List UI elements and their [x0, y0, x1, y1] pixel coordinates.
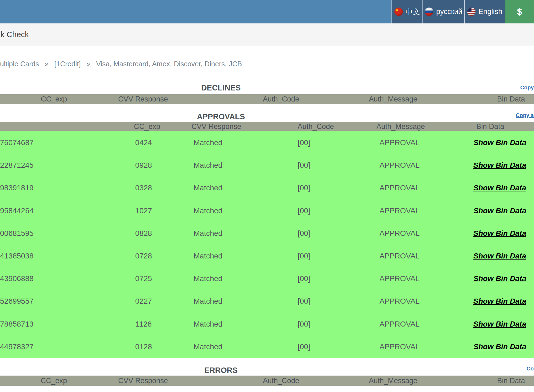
- card-number-cell: 22871245: [0, 161, 34, 170]
- card-number-cell: 00681595: [0, 229, 34, 238]
- column-header-cvv-response: CVV Response: [192, 122, 241, 131]
- column-header-cvv-response: CVV Response: [118, 94, 168, 104]
- column-header-cc-exp: CC_exp: [134, 122, 160, 131]
- auth-code-cell: [00]: [298, 274, 310, 283]
- errors-copy-link[interactable]: Co: [526, 366, 534, 372]
- show-bin-data-link[interactable]: Show Bin Data: [473, 297, 526, 306]
- cc-exp-cell: 0128: [135, 342, 152, 351]
- approval-table-row: 52699557 0227 Matched [00] APPROVAL Show…: [0, 290, 534, 313]
- auth-code-cell: [00]: [298, 320, 310, 328]
- cvv-response-cell: Matched: [193, 184, 222, 192]
- auth-code-cell: [00]: [298, 161, 310, 170]
- approval-table-row: 41385038 0728 Matched [00] APPROVAL Show…: [0, 245, 534, 267]
- column-header-auth-message: Auth_Message: [369, 376, 417, 386]
- language-russian-label: русский: [436, 8, 462, 16]
- card-number-cell: 52699557: [0, 297, 34, 306]
- cc-exp-cell: 1027: [135, 206, 152, 215]
- cvv-response-cell: Matched: [193, 342, 222, 351]
- auth-message-cell: APPROVAL: [380, 320, 420, 328]
- column-header-auth-code: Auth_Code: [263, 94, 299, 104]
- currency-button[interactable]: $: [505, 0, 534, 23]
- cvv-response-cell: Matched: [193, 274, 222, 283]
- auth-code-cell: [00]: [298, 206, 310, 215]
- cc-exp-cell: 0828: [135, 229, 152, 238]
- approval-table-row: 22871245 0928 Matched [00] APPROVAL Show…: [0, 154, 534, 177]
- column-header-auth-code: Auth_Code: [263, 376, 299, 386]
- card-number-cell: 98391819: [0, 184, 34, 192]
- cvv-response-cell: Matched: [193, 138, 222, 147]
- approval-table-row: 43906888 0725 Matched [00] APPROVAL Show…: [0, 267, 534, 290]
- auth-code-cell: [00]: [298, 252, 310, 260]
- breadcrumb-item-cards[interactable]: ultiple Cards: [0, 60, 39, 68]
- language-russian-button[interactable]: русский: [422, 0, 464, 23]
- currency-symbol: $: [517, 6, 522, 17]
- cvv-response-cell: Matched: [193, 161, 222, 170]
- auth-code-cell: [00]: [298, 342, 310, 351]
- column-header-bin-data: Bin Data: [497, 376, 525, 386]
- column-header-cc-exp: CC_exp: [41, 94, 67, 104]
- cc-exp-cell: 1126: [136, 320, 152, 328]
- show-bin-data-link[interactable]: Show Bin Data: [473, 252, 526, 260]
- approvals-copy-link[interactable]: Copy a: [516, 112, 534, 118]
- language-chinese-button[interactable]: 中文: [391, 0, 422, 23]
- approvals-table-header-row: CC_exp CVV Response Auth_Code Auth_Messa…: [0, 122, 534, 131]
- approval-table-row: 44978327 0128 Matched [00] APPROVAL Show…: [0, 335, 534, 358]
- show-bin-data-link[interactable]: Show Bin Data: [473, 138, 526, 147]
- auth-message-cell: APPROVAL: [380, 274, 420, 283]
- declines-table-header-row: CC_exp CVV Response Auth_Code Auth_Messa…: [0, 94, 534, 104]
- column-header-auth-message: Auth_Message: [369, 94, 417, 104]
- declines-section-title: DECLINES: [0, 83, 442, 92]
- card-number-cell: 78858713: [0, 320, 34, 328]
- cc-exp-cell: 0424: [135, 138, 152, 147]
- show-bin-data-link[interactable]: Show Bin Data: [473, 320, 526, 328]
- auth-code-cell: [00]: [298, 297, 310, 306]
- approvals-section-title: APPROVALS: [0, 112, 442, 121]
- column-header-cc-exp: CC_exp: [41, 376, 67, 386]
- show-bin-data-link[interactable]: Show Bin Data: [473, 206, 526, 215]
- errors-table-header-row: CC_exp CVV Response Auth_Code Auth_Messa…: [0, 376, 534, 386]
- cc-exp-cell: 0728: [135, 252, 152, 260]
- cvv-response-cell: Matched: [193, 320, 222, 328]
- breadcrumb-separator: »: [45, 60, 48, 68]
- auth-message-cell: APPROVAL: [380, 184, 420, 192]
- column-header-bin-data: Bin Data: [497, 94, 525, 104]
- approval-table-row: 95844264 1027 Matched [00] APPROVAL Show…: [0, 200, 534, 222]
- breadcrumb-item-credit[interactable]: [1Credit]: [54, 60, 81, 68]
- auth-message-cell: APPROVAL: [380, 252, 420, 260]
- auth-message-cell: APPROVAL: [380, 297, 420, 306]
- auth-message-cell: APPROVAL: [380, 161, 420, 170]
- show-bin-data-link[interactable]: Show Bin Data: [473, 274, 526, 283]
- cc-exp-cell: 0328: [135, 184, 152, 192]
- cc-exp-cell: 0928: [135, 161, 152, 170]
- page: 中文 русский English $ k Check ultiple Car…: [0, 0, 534, 392]
- top-navigation-bar: 中文 русский English $: [0, 0, 534, 23]
- show-bin-data-link[interactable]: Show Bin Data: [473, 161, 526, 170]
- column-header-auth-message: Auth_Message: [376, 122, 425, 131]
- language-english-button[interactable]: English: [464, 0, 505, 23]
- card-number-cell: 76074687: [0, 138, 34, 147]
- show-bin-data-link[interactable]: Show Bin Data: [473, 229, 526, 238]
- card-number-cell: 95844264: [0, 206, 34, 215]
- breadcrumb-item-card-types: Visa, Mastercard, Amex, Discover, Diners…: [96, 60, 242, 68]
- auth-code-cell: [00]: [298, 229, 310, 238]
- cvv-response-cell: Matched: [193, 252, 222, 260]
- auth-message-cell: APPROVAL: [380, 229, 420, 238]
- approval-table-row: 00681595 0828 Matched [00] APPROVAL Show…: [0, 222, 534, 245]
- show-bin-data-link[interactable]: Show Bin Data: [473, 342, 526, 351]
- card-number-cell: 41385038: [0, 252, 34, 260]
- auth-code-cell: [00]: [298, 138, 310, 147]
- cvv-response-cell: Matched: [193, 206, 222, 215]
- approval-table-row: 98391819 0328 Matched [00] APPROVAL Show…: [0, 177, 534, 199]
- auth-code-cell: [00]: [298, 184, 310, 192]
- breadcrumb: ultiple Cards » [1Credit] » Visa, Master…: [0, 60, 242, 68]
- show-bin-data-link[interactable]: Show Bin Data: [473, 184, 526, 192]
- cvv-response-cell: Matched: [193, 297, 222, 306]
- auth-message-cell: APPROVAL: [380, 206, 420, 215]
- errors-section-title: ERRORS: [0, 366, 442, 375]
- column-header-bin-data: Bin Data: [476, 122, 504, 131]
- declines-copy-link[interactable]: Copy: [520, 85, 534, 91]
- language-chinese-label: 中文: [406, 7, 420, 17]
- auth-message-cell: APPROVAL: [380, 138, 420, 147]
- column-header-auth-code: Auth_Code: [297, 122, 334, 131]
- cvv-response-cell: Matched: [193, 229, 222, 238]
